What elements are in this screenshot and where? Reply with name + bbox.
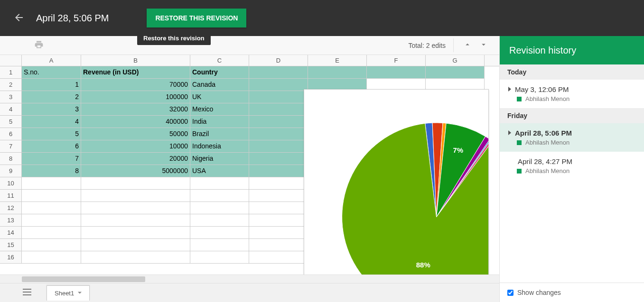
row-header[interactable]: 4: [0, 103, 22, 116]
cell[interactable]: 3: [22, 103, 81, 116]
cell[interactable]: USA: [190, 165, 249, 177]
print-icon[interactable]: [34, 40, 44, 51]
cell[interactable]: 5000000: [81, 165, 190, 177]
cell[interactable]: Canada: [190, 79, 249, 91]
show-changes-toggle[interactable]: Show changes: [500, 283, 644, 302]
cell[interactable]: 20000: [81, 153, 190, 165]
cell[interactable]: S.no.: [22, 66, 81, 79]
cell[interactable]: [22, 239, 81, 251]
expand-arrow-icon[interactable]: [507, 86, 512, 93]
cell[interactable]: 50000: [81, 128, 190, 140]
cell[interactable]: [190, 214, 249, 227]
restore-revision-button[interactable]: RESTORE THIS REVISION: [147, 9, 246, 27]
cell[interactable]: 32000: [81, 103, 190, 116]
cell[interactable]: Indonesia: [190, 140, 249, 153]
all-sheets-button[interactable]: [23, 289, 31, 297]
cell[interactable]: India: [190, 116, 249, 128]
cell[interactable]: 70000: [81, 79, 190, 91]
row-header[interactable]: 10: [0, 177, 22, 190]
column-header[interactable]: F: [367, 55, 426, 66]
cell[interactable]: Mexico: [190, 103, 249, 116]
cell[interactable]: 5: [22, 128, 81, 140]
cell[interactable]: [249, 79, 308, 91]
cell[interactable]: [249, 227, 308, 239]
row-header[interactable]: 11: [0, 190, 22, 202]
cell[interactable]: 2: [22, 91, 81, 103]
select-all-corner[interactable]: [0, 55, 22, 66]
pie-chart[interactable]: 7%88%: [304, 89, 489, 275]
next-edit-button[interactable]: [476, 38, 492, 52]
row-header[interactable]: 14: [0, 227, 22, 239]
cell[interactable]: [22, 190, 81, 202]
row-header[interactable]: 3: [0, 91, 22, 103]
cell[interactable]: 8: [22, 165, 81, 177]
cell[interactable]: [190, 239, 249, 251]
horizontal-scrollbar[interactable]: [0, 275, 499, 283]
revision-item[interactable]: April 28, 5:06 PMAbhilash Menon: [500, 123, 644, 152]
cell[interactable]: [81, 251, 190, 264]
cell[interactable]: 4: [22, 116, 81, 128]
cell[interactable]: [249, 140, 308, 153]
cell[interactable]: 10000: [81, 140, 190, 153]
column-header[interactable]: D: [249, 55, 308, 66]
cell[interactable]: 1: [22, 79, 81, 91]
cell[interactable]: [249, 190, 308, 202]
cell[interactable]: [22, 214, 81, 227]
cell[interactable]: 6: [22, 140, 81, 153]
expand-arrow-icon[interactable]: [507, 129, 512, 137]
cell[interactable]: [190, 177, 249, 190]
cell[interactable]: [190, 227, 249, 239]
cell[interactable]: [249, 177, 308, 190]
cell[interactable]: 100000: [81, 91, 190, 103]
cell[interactable]: [190, 202, 249, 214]
cell[interactable]: [81, 202, 190, 214]
back-arrow-icon[interactable]: [9, 8, 28, 28]
cell[interactable]: [81, 214, 190, 227]
cell[interactable]: [308, 66, 367, 79]
cell[interactable]: 7: [22, 153, 81, 165]
cell[interactable]: [367, 66, 426, 79]
cell[interactable]: [190, 190, 249, 202]
cell[interactable]: [22, 227, 81, 239]
column-header[interactable]: B: [81, 55, 190, 66]
row-header[interactable]: 5: [0, 116, 22, 128]
cell[interactable]: [249, 202, 308, 214]
row-header[interactable]: 12: [0, 202, 22, 214]
row-header[interactable]: 6: [0, 128, 22, 140]
cell[interactable]: [22, 202, 81, 214]
cell[interactable]: [249, 128, 308, 140]
row-header[interactable]: 15: [0, 239, 22, 251]
cell[interactable]: [81, 177, 190, 190]
cell[interactable]: Revenue (in USD): [81, 66, 190, 79]
cell[interactable]: [81, 227, 190, 239]
revision-item[interactable]: April 28, 4:27 PMAbhilash Menon: [500, 152, 644, 180]
row-header[interactable]: 13: [0, 214, 22, 227]
cell[interactable]: [249, 116, 308, 128]
cell[interactable]: 400000: [81, 116, 190, 128]
cell[interactable]: [81, 190, 190, 202]
cell[interactable]: [22, 177, 81, 190]
cell[interactable]: UK: [190, 91, 249, 103]
column-header[interactable]: G: [426, 55, 485, 66]
cell[interactable]: [190, 251, 249, 264]
show-changes-checkbox[interactable]: [507, 290, 513, 296]
scrollbar-thumb[interactable]: [22, 276, 145, 282]
cell[interactable]: [426, 66, 485, 79]
column-header[interactable]: A: [22, 55, 81, 66]
cell[interactable]: Brazil: [190, 128, 249, 140]
cell[interactable]: [81, 239, 190, 251]
cell[interactable]: Country: [190, 66, 249, 79]
cell[interactable]: [249, 66, 308, 79]
column-header[interactable]: C: [190, 55, 249, 66]
cell[interactable]: [249, 103, 308, 116]
row-header[interactable]: 7: [0, 140, 22, 153]
cell[interactable]: [249, 153, 308, 165]
sheet-tab[interactable]: Sheet1: [47, 285, 90, 301]
cell[interactable]: [249, 251, 308, 264]
row-header[interactable]: 8: [0, 153, 22, 165]
row-header[interactable]: 9: [0, 165, 22, 177]
cell[interactable]: [249, 239, 308, 251]
row-header[interactable]: 1: [0, 66, 22, 79]
row-header[interactable]: 16: [0, 251, 22, 264]
revision-item[interactable]: May 3, 12:06 PMAbhilash Menon: [500, 80, 644, 108]
